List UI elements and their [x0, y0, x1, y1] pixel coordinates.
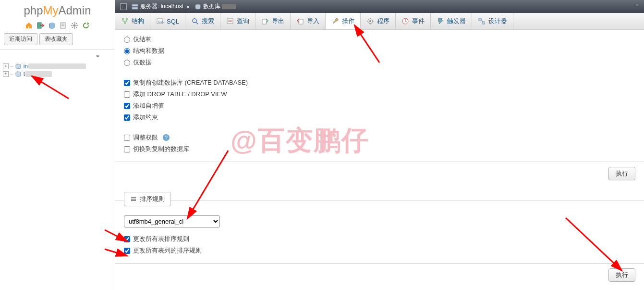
execute-button-copy[interactable]: 执行	[608, 167, 635, 180]
database-icon	[194, 4, 201, 10]
panel-collation-body: utf8mb4_general_ci 更改所有表排序规则 更改所有表列的排序规则…	[115, 201, 644, 287]
db-tree: + – in + – t	[0, 61, 115, 80]
label-add-drop[interactable]: 添加 DROP TABLE / DROP VIEW	[133, 90, 227, 99]
home-icon[interactable]	[25, 22, 33, 29]
radio-structure-data[interactable]	[124, 48, 130, 54]
check-create-database[interactable]	[124, 80, 130, 86]
query-icon	[226, 17, 234, 25]
label-switch-db[interactable]: 切换到复制的数据库	[133, 145, 189, 153]
svg-rect-26	[479, 18, 481, 21]
help-icon[interactable]: ?	[163, 134, 170, 141]
triggers-icon	[437, 17, 444, 25]
svg-rect-13	[124, 22, 126, 24]
label-auto-increment[interactable]: 添加自增值	[133, 101, 164, 110]
check-constraints[interactable]	[124, 114, 130, 121]
expand-icon[interactable]: +	[3, 71, 9, 77]
tab-import[interactable]: 导入	[291, 13, 326, 29]
expand-icon[interactable]: +	[3, 63, 9, 69]
structure-icon	[121, 17, 129, 25]
label-change-tables-collation[interactable]: 更改所有表排序规则	[133, 235, 189, 243]
sql-tab-icon: SQL	[156, 17, 164, 25]
svg-point-5	[73, 24, 75, 26]
label-constraints[interactable]: 添加约束	[133, 113, 158, 122]
svg-text:SQL: SQL	[158, 20, 164, 23]
tab-recent[interactable]: 近期访问	[4, 33, 37, 45]
export-icon	[261, 17, 269, 25]
routines-icon	[366, 17, 374, 25]
check-auto-increment[interactable]	[124, 103, 130, 109]
collapse-left-icon[interactable]: ←	[120, 3, 127, 10]
settings-icon[interactable]	[71, 22, 78, 29]
tab-routines[interactable]: 程序	[361, 13, 396, 29]
tab-query[interactable]: 查询	[220, 13, 255, 29]
exit-icon[interactable]	[36, 22, 44, 29]
check-switch-db[interactable]	[124, 146, 130, 152]
panel-collation-header: 排序规则	[124, 192, 171, 206]
breadcrumb: ← 服务器: localhost » 数据库 ⌃	[115, 0, 644, 13]
label-create-database[interactable]: 复制前创建数据库 (CREATE DATABASE)	[133, 78, 248, 87]
label-change-columns-collation[interactable]: 更改所有表列的排序规则	[133, 246, 202, 255]
logo-admin: Admin	[59, 4, 91, 17]
execute-button-collation[interactable]: 执行	[608, 268, 635, 282]
label-structure-data[interactable]: 结构和数据	[133, 47, 164, 55]
label-structure-only[interactable]: 仅结构	[133, 35, 152, 44]
docs-icon[interactable]	[59, 22, 67, 29]
sidebar-tabs: 近期访问 表收藏夹	[0, 31, 115, 47]
sql-icon[interactable]	[48, 22, 56, 29]
reload-icon[interactable]	[82, 22, 90, 29]
clock-icon	[401, 17, 409, 25]
tab-search[interactable]: 搜索	[185, 13, 220, 29]
tab-designer[interactable]: 设计器	[472, 13, 513, 29]
check-change-tables-collation[interactable]	[124, 236, 130, 242]
svg-rect-18	[227, 19, 233, 24]
db-label: in	[24, 63, 28, 70]
label-data-only[interactable]: 仅数据	[133, 58, 152, 67]
radio-data-only[interactable]	[124, 60, 130, 66]
db-item-selected[interactable]: + – t	[0, 70, 115, 78]
svg-line-17	[196, 22, 198, 24]
svg-point-23	[369, 20, 371, 22]
tab-operations[interactable]: 操作	[326, 13, 361, 29]
database-icon	[15, 71, 22, 77]
search-icon	[191, 17, 199, 25]
check-add-drop[interactable]	[124, 91, 130, 98]
tab-export[interactable]: 导出	[255, 13, 291, 29]
import-icon	[296, 17, 304, 25]
check-adjust-permissions[interactable]	[124, 135, 130, 141]
svg-rect-12	[126, 18, 128, 20]
collapse-up-icon[interactable]: ⌃	[635, 3, 639, 10]
breadcrumb-database[interactable]: 数据库	[203, 2, 236, 11]
db-item-information-schema[interactable]: + – in	[0, 63, 115, 70]
list-icon	[130, 196, 137, 202]
tab-structure[interactable]: 结构	[115, 13, 150, 29]
sidebar: phpMyAdmin 近期访问 表收藏夹 ⚭ + – in + – t	[0, 0, 115, 290]
tab-triggers[interactable]: 触发器	[431, 13, 472, 29]
content-area: 仅结构 结构和数据 仅数据 复制前创建数据库 (CREATE DATABASE)…	[115, 30, 644, 290]
svg-rect-21	[262, 19, 267, 24]
label-adjust-permissions[interactable]: 调整权限	[133, 133, 158, 142]
tabnav: 结构 SQLSQL 搜索 查询 导出 导入 操作 程序 事件 触发器 设计器	[115, 13, 644, 30]
db-label: t	[24, 71, 25, 77]
designer-icon	[478, 17, 486, 25]
main: ← 服务器: localhost » 数据库 ⌃ 结构 SQLSQL 搜索 查询…	[115, 0, 644, 290]
logo-php: php	[24, 4, 43, 17]
wrench-icon	[331, 17, 339, 25]
breadcrumb-server[interactable]: 服务器: localhost	[140, 2, 183, 11]
server-icon	[132, 4, 138, 10]
link-filter-icon[interactable]: ⚭	[0, 51, 115, 61]
svg-rect-22	[299, 19, 303, 24]
svg-point-16	[193, 19, 196, 23]
svg-rect-11	[122, 18, 124, 20]
tab-events[interactable]: 事件	[396, 13, 431, 29]
svg-rect-9	[132, 7, 138, 9]
radio-structure-only[interactable]	[124, 37, 130, 43]
tab-sql[interactable]: SQLSQL	[150, 13, 185, 29]
sidebar-quick-icons	[0, 19, 115, 31]
panel-collation-title: 排序规则	[140, 195, 165, 203]
collation-select[interactable]: utf8mb4_general_ci	[124, 215, 220, 227]
logo-my: My	[43, 4, 59, 17]
check-change-columns-collation[interactable]	[124, 248, 130, 254]
logo[interactable]: phpMyAdmin	[0, 0, 115, 19]
tab-favorites[interactable]: 表收藏夹	[39, 33, 73, 45]
database-icon	[15, 63, 22, 69]
